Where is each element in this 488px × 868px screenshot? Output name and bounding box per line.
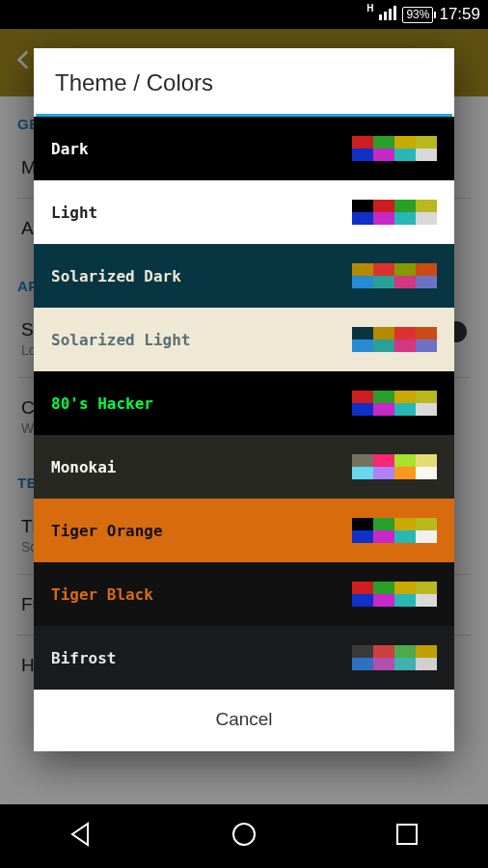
swatch: [394, 149, 416, 161]
swatch: [373, 645, 394, 658]
swatch: [416, 200, 437, 212]
swatch: [416, 276, 437, 288]
swatch: [394, 327, 416, 339]
swatch: [416, 658, 437, 670]
swatch: [416, 530, 437, 543]
status-bar: H 93% 17:59: [0, 0, 488, 29]
swatch: [352, 645, 373, 658]
swatch: [394, 391, 416, 403]
theme-option[interactable]: Bifrost: [34, 626, 454, 690]
swatch: [373, 594, 394, 607]
signal-icon: [379, 5, 396, 25]
theme-label: Solarized Dark: [51, 267, 181, 285]
swatch-grid: [352, 645, 437, 670]
theme-option[interactable]: Solarized Dark: [34, 244, 454, 308]
theme-label: Bifrost: [51, 649, 116, 667]
swatch: [373, 149, 394, 161]
swatch: [373, 339, 394, 352]
theme-dialog: Theme / Colors DarkLightSolarized DarkSo…: [34, 48, 454, 751]
swatch: [373, 263, 394, 276]
swatch: [394, 467, 416, 479]
theme-option[interactable]: Solarized Light: [34, 308, 454, 371]
swatch-grid: [352, 454, 437, 479]
swatch: [373, 454, 394, 467]
swatch: [373, 391, 394, 403]
nav-back-icon[interactable]: [67, 820, 95, 853]
swatch: [373, 212, 394, 225]
theme-option[interactable]: Dark: [34, 117, 454, 180]
nav-recent-icon[interactable]: [393, 820, 421, 853]
swatch: [373, 658, 394, 670]
swatch: [394, 212, 416, 225]
swatch: [373, 467, 394, 479]
battery-indicator: 93%: [402, 7, 433, 23]
swatch: [352, 467, 373, 479]
swatch: [416, 212, 437, 225]
dialog-title: Theme / Colors: [34, 48, 454, 114]
swatch: [373, 276, 394, 288]
swatch: [394, 518, 416, 530]
theme-option[interactable]: Tiger Black: [34, 562, 454, 626]
swatch: [394, 582, 416, 594]
theme-label: Tiger Black: [51, 585, 153, 604]
swatch: [394, 454, 416, 467]
swatch: [352, 594, 373, 607]
swatch: [373, 136, 394, 149]
swatch-grid: [352, 136, 437, 161]
swatch: [394, 136, 416, 149]
theme-option[interactable]: Monokai: [34, 435, 454, 499]
theme-label: Solarized Light: [51, 331, 191, 349]
swatch: [394, 658, 416, 670]
swatch: [416, 467, 437, 479]
theme-option[interactable]: Tiger Orange: [34, 499, 454, 562]
swatch: [394, 263, 416, 276]
theme-option[interactable]: 80's Hacker: [34, 371, 454, 435]
theme-label: Dark: [51, 140, 89, 158]
theme-label: Tiger Orange: [51, 522, 163, 540]
swatch: [394, 645, 416, 658]
swatch: [352, 212, 373, 225]
swatch: [416, 327, 437, 339]
swatch: [352, 530, 373, 543]
swatch: [394, 200, 416, 212]
swatch-grid: [352, 518, 437, 543]
theme-option[interactable]: Light: [34, 180, 454, 244]
swatch: [416, 136, 437, 149]
cancel-button[interactable]: Cancel: [34, 690, 454, 751]
swatch: [352, 200, 373, 212]
svg-rect-5: [397, 825, 417, 844]
theme-label: 80's Hacker: [51, 394, 153, 413]
network-type: H: [366, 3, 373, 14]
swatch-grid: [352, 200, 437, 225]
swatch: [394, 339, 416, 352]
swatch: [373, 200, 394, 212]
theme-label: Light: [51, 203, 97, 222]
swatch: [352, 582, 373, 594]
svg-rect-3: [393, 6, 396, 20]
swatch: [373, 327, 394, 339]
swatch: [352, 276, 373, 288]
swatch: [416, 594, 437, 607]
svg-rect-2: [389, 9, 392, 20]
swatch: [373, 518, 394, 530]
svg-rect-1: [384, 12, 387, 20]
swatch: [394, 403, 416, 416]
swatch-grid: [352, 391, 437, 416]
swatch-grid: [352, 263, 437, 288]
nav-bar: [0, 804, 488, 868]
swatch: [352, 454, 373, 467]
swatch: [394, 276, 416, 288]
swatch-grid: [352, 327, 437, 352]
swatch: [416, 339, 437, 352]
swatch: [416, 582, 437, 594]
swatch: [352, 403, 373, 416]
swatch-grid: [352, 582, 437, 607]
nav-home-icon[interactable]: [230, 820, 258, 853]
swatch: [352, 658, 373, 670]
swatch: [352, 518, 373, 530]
swatch: [416, 518, 437, 530]
swatch: [352, 339, 373, 352]
swatch: [416, 454, 437, 467]
theme-list: DarkLightSolarized DarkSolarized Light80…: [34, 117, 454, 690]
clock: 17:59: [439, 5, 480, 24]
